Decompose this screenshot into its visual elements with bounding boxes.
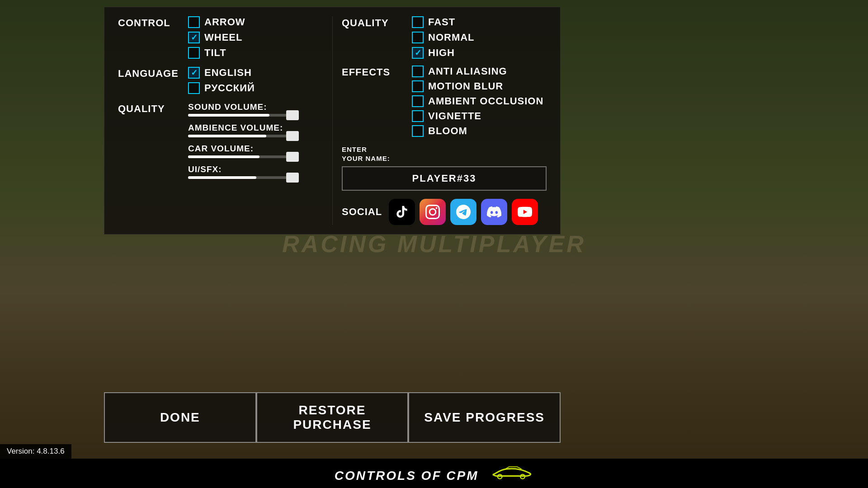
quality-high[interactable]: HIGH: [412, 47, 475, 59]
quality-options: FAST NORMAL HIGH: [412, 16, 475, 59]
control-tilt-checkbox[interactable]: [188, 47, 200, 59]
quality-normal-label: NORMAL: [428, 32, 475, 43]
brand-bar: CONTROLS OF CPM: [0, 459, 868, 488]
bottom-buttons: DONE RESTORE PURCHASE SAVE PROGRESS: [104, 392, 561, 443]
control-label: CONTROL: [118, 16, 188, 29]
done-button[interactable]: DONE: [104, 392, 256, 443]
uisfx-volume: UI/SFX:: [188, 164, 323, 179]
quality-fast-checkbox[interactable]: [412, 16, 424, 28]
player-name-input[interactable]: [342, 166, 547, 191]
control-wheel[interactable]: WHEEL: [188, 32, 245, 43]
control-tilt-label: TILT: [204, 47, 226, 59]
effects-label: EFFECTS: [342, 66, 412, 78]
effect-anti-aliasing[interactable]: ANTI ALIASING: [412, 66, 543, 77]
ambience-volume: AMBIENCE VOLUME:: [188, 123, 323, 137]
quality-section: QUALITY FAST NORMAL HIGH: [342, 16, 547, 59]
car-volume-label: CAR VOLUME:: [188, 144, 323, 154]
uisfx-volume-thumb[interactable]: [286, 173, 299, 183]
telegram-icon[interactable]: [450, 199, 476, 225]
settings-panel: CONTROL ARROW WHEEL TILT: [104, 7, 561, 235]
sound-volume-label: SOUND VOLUME:: [188, 102, 323, 112]
brand-car-icon: [490, 464, 533, 483]
ambience-volume-thumb[interactable]: [286, 131, 299, 141]
audio-label: QUALITY: [118, 102, 188, 115]
effect-vignette[interactable]: VIGNETTE: [412, 110, 543, 122]
left-column: CONTROL ARROW WHEEL TILT: [118, 16, 332, 225]
version-bar: Version: 4.8.13.6: [0, 444, 71, 459]
effect-motion-blur-checkbox[interactable]: [412, 80, 424, 92]
control-arrow[interactable]: ARROW: [188, 16, 245, 28]
effect-anti-aliasing-checkbox[interactable]: [412, 66, 424, 77]
effect-anti-aliasing-label: ANTI ALIASING: [428, 66, 507, 77]
control-section: CONTROL ARROW WHEEL TILT: [118, 16, 323, 59]
control-arrow-label: ARROW: [204, 16, 245, 28]
restore-purchase-button[interactable]: RESTORE PURCHASE: [256, 392, 409, 443]
language-russian-label: РУССКИЙ: [204, 82, 255, 94]
quality-label: QUALITY: [342, 16, 412, 29]
language-label: LANGUAGE: [118, 67, 188, 80]
social-icons: [389, 199, 538, 225]
control-tilt[interactable]: TILT: [188, 47, 245, 59]
social-label: SOCIAL: [342, 206, 382, 218]
quality-high-label: HIGH: [428, 47, 455, 59]
effect-bloom[interactable]: BLOOM: [412, 125, 543, 137]
control-wheel-label: WHEEL: [204, 32, 242, 43]
quality-fast[interactable]: FAST: [412, 16, 475, 28]
uisfx-volume-label: UI/SFX:: [188, 164, 323, 174]
effect-motion-blur-label: MOTION BLUR: [428, 80, 503, 92]
effect-motion-blur[interactable]: MOTION BLUR: [412, 80, 543, 92]
effect-ambient-occlusion-label: AMBIENT OCCLUSION: [428, 95, 543, 107]
quality-normal[interactable]: NORMAL: [412, 32, 475, 43]
uisfx-volume-track[interactable]: [188, 176, 297, 179]
effect-bloom-checkbox[interactable]: [412, 125, 424, 137]
car-volume: CAR VOLUME:: [188, 144, 323, 158]
effect-vignette-label: VIGNETTE: [428, 110, 481, 122]
audio-section: QUALITY SOUND VOLUME: AMBIENCE VOLUME:: [118, 102, 323, 179]
watermark: RACING MULTIPLAYER: [282, 230, 586, 258]
language-english-label: ENGLISH: [204, 67, 252, 79]
ambience-volume-fill: [188, 135, 266, 137]
sound-volume-thumb[interactable]: [286, 110, 299, 120]
effect-ambient-occlusion[interactable]: AMBIENT OCCLUSION: [412, 95, 543, 107]
sound-volume-track[interactable]: [188, 114, 297, 117]
brand-text: CONTROLS OF CPM: [335, 464, 534, 483]
effect-vignette-checkbox[interactable]: [412, 110, 424, 122]
tiktok-icon[interactable]: [389, 199, 415, 225]
quality-normal-checkbox[interactable]: [412, 32, 424, 43]
effects-section: EFFECTS ANTI ALIASING MOTION BLUR AMBIEN…: [342, 66, 547, 137]
right-column: QUALITY FAST NORMAL HIGH: [332, 16, 547, 225]
language-russian[interactable]: РУССКИЙ: [188, 82, 255, 94]
ambience-volume-track[interactable]: [188, 135, 297, 137]
instagram-icon[interactable]: [420, 199, 446, 225]
language-english[interactable]: ENGLISH: [188, 67, 255, 79]
youtube-icon[interactable]: [512, 199, 538, 225]
car-volume-fill: [188, 155, 259, 158]
language-options: ENGLISH РУССКИЙ: [188, 67, 255, 94]
version-text: Version: 4.8.13.6: [7, 447, 65, 455]
sound-volume: SOUND VOLUME:: [188, 102, 323, 117]
car-volume-thumb[interactable]: [286, 152, 299, 162]
car-volume-track[interactable]: [188, 155, 297, 158]
volume-controls: SOUND VOLUME: AMBIENCE VOLUME:: [188, 102, 323, 179]
uisfx-volume-fill: [188, 176, 256, 179]
discord-icon[interactable]: [481, 199, 507, 225]
effect-bloom-label: BLOOM: [428, 125, 467, 137]
quality-high-checkbox[interactable]: [412, 47, 424, 59]
name-section: ENTER YOUR NAME:: [342, 145, 547, 191]
control-wheel-checkbox[interactable]: [188, 32, 200, 43]
social-section: SOCIAL: [342, 199, 547, 225]
effect-ambient-occlusion-checkbox[interactable]: [412, 95, 424, 107]
sound-volume-fill: [188, 114, 269, 117]
effects-options: ANTI ALIASING MOTION BLUR AMBIENT OCCLUS…: [412, 66, 543, 137]
quality-fast-label: FAST: [428, 16, 455, 28]
language-russian-checkbox[interactable]: [188, 82, 200, 94]
language-section: LANGUAGE ENGLISH РУССКИЙ: [118, 67, 323, 94]
control-options: ARROW WHEEL TILT: [188, 16, 245, 59]
name-section-label: ENTER YOUR NAME:: [342, 145, 547, 163]
save-progress-button[interactable]: SAVE PROGRESS: [408, 392, 561, 443]
ambience-volume-label: AMBIENCE VOLUME:: [188, 123, 323, 133]
control-arrow-checkbox[interactable]: [188, 16, 200, 28]
language-english-checkbox[interactable]: [188, 67, 200, 79]
